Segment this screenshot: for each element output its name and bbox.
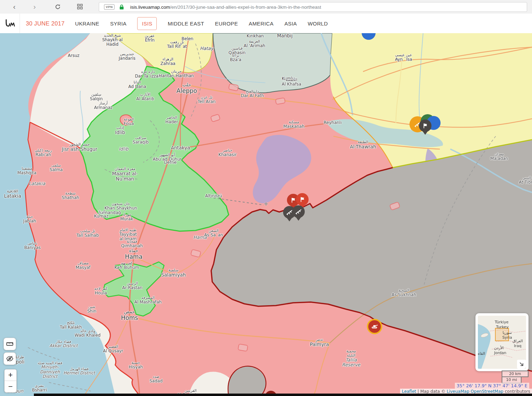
map-regions <box>0 33 532 396</box>
selected-event-crosshair: + <box>264 200 268 208</box>
nav-item-syria[interactable]: SYRIA <box>110 17 126 30</box>
overview-minimap[interactable]: TürkiyeTurkeyسورياSyriaالعراقIraqالأردنJ… <box>475 313 529 371</box>
liveuamap-link[interactable]: LiveuaMap <box>447 389 470 394</box>
minimap-label: Iraq <box>514 344 522 348</box>
url-text: isis.liveuamap.com/en/2017/30-june-saa-a… <box>130 5 321 10</box>
minimap-label: القاه <box>478 351 485 356</box>
minimap-label: العراق <box>512 339 523 343</box>
minimap-label: Jordan <box>494 351 507 355</box>
apps-grid-icon[interactable] <box>75 1 85 12</box>
reload-icon[interactable] <box>52 1 63 12</box>
forward-icon[interactable]: › <box>29 1 40 12</box>
nav-item-ukraine[interactable]: UKRAINE <box>75 17 99 30</box>
https-lock-icon[interactable] <box>119 5 124 10</box>
minimap-label: Türkiye <box>495 320 508 324</box>
nav-item-middle-east[interactable]: MIDDLE EAST <box>168 17 204 30</box>
nav-item-world[interactable]: WORLD <box>308 17 328 30</box>
zoom-in-button[interactable]: + <box>5 369 16 381</box>
measure-tool-button[interactable] <box>3 338 16 350</box>
browser-toolbar: ‹ › VPN isis.liveuamap.com/en/2017/30-ju… <box>0 0 532 14</box>
liveuamap-page: ‹ › VPN isis.liveuamap.com/en/2017/30-ju… <box>0 0 532 396</box>
minimap-collapse-icon[interactable] <box>517 360 526 369</box>
hide-layers-button[interactable] <box>3 352 16 365</box>
scale-control: 20 km 10 mi <box>502 371 529 383</box>
event-circle-tank[interactable] <box>368 320 381 333</box>
minimap-label: Turkey <box>496 325 509 329</box>
osm-link[interactable]: OpenStreetMap <box>471 389 503 394</box>
nav-item-asia[interactable]: ASIA <box>285 17 297 30</box>
nav-item-america[interactable]: AMERICA <box>249 17 274 30</box>
minimap-label: Syria <box>502 335 512 340</box>
nav-items: UKRAINESYRIAISISMIDDLE EASTEUROPEAMERICA… <box>75 17 339 30</box>
date-label[interactable]: 30 JUNE 2017 <box>26 20 65 27</box>
minimap-label: سوريا <box>503 330 512 335</box>
nav-item-isis[interactable]: ISIS <box>137 17 157 30</box>
minimap-label: الأردن <box>494 346 504 350</box>
nav-item-europe[interactable]: EUROPE <box>215 17 238 30</box>
scale-km: 20 km <box>502 371 529 377</box>
zoom-control: + − <box>4 369 17 393</box>
event-pin-dark-flag[interactable] <box>419 119 431 135</box>
back-icon[interactable]: ‹ <box>9 1 20 12</box>
cursor-coordinates: 35° 26' 17.9" N 37° 47' 14.9" E <box>455 383 529 389</box>
vpn-badge: VPN <box>104 4 114 10</box>
liveuamap-logo[interactable] <box>0 14 20 33</box>
event-pin-gray[interactable] <box>292 205 305 221</box>
leaflet-link[interactable]: Leaflet <box>402 389 416 394</box>
map-canvas[interactable]: BelenKırıkhanHatayArsuzKumluReyhanlıAnta… <box>0 33 532 396</box>
bottom-black-strip <box>34 394 532 396</box>
zoom-out-button[interactable]: − <box>5 381 16 392</box>
site-navbar: 30 JUNE 2017 UKRAINESYRIAISISMIDDLE EAST… <box>0 14 532 34</box>
address-bar[interactable]: VPN isis.liveuamap.com/en/2017/30-june-s… <box>99 2 527 12</box>
